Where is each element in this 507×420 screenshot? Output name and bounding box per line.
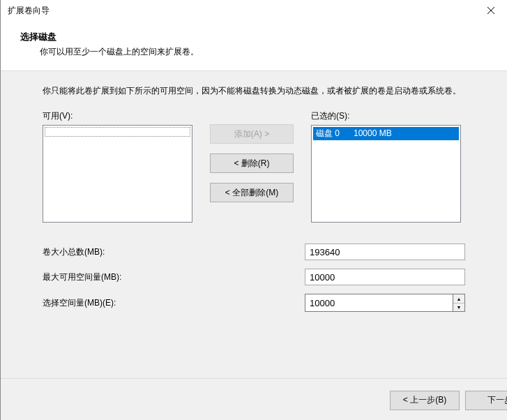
window-title: 扩展卷向导 — [8, 5, 475, 17]
available-column: 可用(V): — [43, 110, 192, 223]
close-button[interactable] — [475, 0, 507, 21]
remove-all-button[interactable]: < 全部删除(M) — [210, 183, 294, 202]
next-button[interactable]: 下一步 — [465, 391, 507, 410]
wizard-footer: < 上一步(B) 下一步 — [1, 378, 507, 420]
description-text: 你只能将此卷扩展到如下所示的可用空间，因为不能将磁盘转换为动态磁盘，或者被扩展的… — [43, 84, 465, 98]
wizard-header: 选择磁盘 你可以用至少一个磁盘上的空间来扩展卷。 — [1, 21, 507, 70]
available-label: 可用(V): — [43, 110, 192, 122]
titlebar: 扩展卷向导 — [1, 0, 507, 21]
close-icon — [487, 7, 494, 14]
add-button: 添加(A) > — [210, 124, 294, 144]
selected-column: 已选的(S): 磁盘 0 10000 MB — [311, 110, 461, 223]
selected-listbox[interactable]: 磁盘 0 10000 MB — [311, 125, 461, 223]
list-item[interactable]: 磁盘 0 10000 MB — [313, 127, 459, 140]
select-space-input[interactable] — [305, 294, 453, 312]
back-button[interactable]: < 上一步(B) — [390, 391, 460, 410]
transfer-buttons: 添加(A) > < 删除(R) < 全部删除(M) — [199, 124, 304, 202]
selected-label: 已选的(S): — [311, 110, 461, 122]
spinner-buttons: ▲ ▼ — [453, 294, 465, 312]
total-size-value: 193640 — [305, 243, 465, 260]
select-space-spinner: ▲ ▼ — [305, 294, 465, 312]
page-title: 选择磁盘 — [20, 31, 494, 43]
max-space-label: 最大可用空间量(MB): — [43, 271, 305, 283]
spin-up-button[interactable]: ▲ — [453, 294, 464, 303]
listbox-focus-rect — [45, 127, 190, 137]
remove-button[interactable]: < 删除(R) — [210, 153, 294, 173]
size-fields: 卷大小总数(MB): 193640 最大可用空间量(MB): 10000 选择空… — [43, 243, 465, 312]
max-space-value: 10000 — [305, 269, 465, 285]
spin-down-button[interactable]: ▼ — [453, 303, 464, 312]
available-listbox[interactable] — [43, 125, 192, 223]
page-subtitle: 你可以用至少一个磁盘上的空间来扩展卷。 — [40, 46, 494, 58]
select-space-label: 选择空间量(MB)(E): — [43, 297, 305, 309]
total-size-label: 卷大小总数(MB): — [43, 246, 305, 258]
content-area: 你只能将此卷扩展到如下所示的可用空间，因为不能将磁盘转换为动态磁盘，或者被扩展的… — [1, 71, 507, 378]
